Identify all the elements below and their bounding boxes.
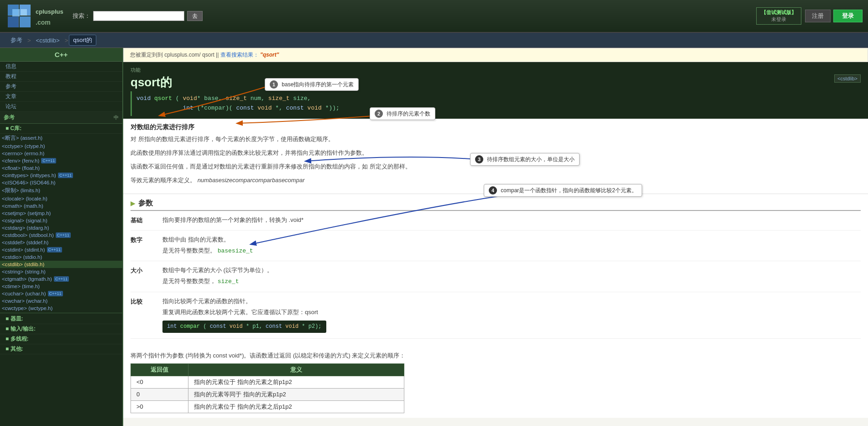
sidebar-c-lib-header[interactable]: ■ C库: [0, 124, 122, 134]
sidebar-ref-label: 参考 [4, 114, 15, 121]
param-compar-desc: 指向比较两个元素的函数的指针。 重复调用此函数来比较两个元素。它应遵循以下原型：… [162, 297, 861, 335]
logo-icon [5, 2, 33, 30]
logo-cplusplus: cplusplus [36, 8, 63, 15]
sidebar-cerrno[interactable]: <cerrno> (errno.h) [0, 150, 122, 157]
sidebar-cwchar[interactable]: <cwchar> (wchar.h) [0, 297, 122, 305]
description-section: 对数组的元素进行排序 对 所指向的数组元素进行排序，每个元素的长度为字节，使用函… [123, 119, 868, 194]
search-label: 搜索： [73, 12, 90, 20]
param-base-row: 基础 指向要排序的数组的第一个对象的指针，转换为 .void* [131, 216, 861, 231]
desc-body: 对 所指向的数组元素进行排序，每个元素的长度为字节，使用函数确定顺序。 此函数使… [131, 134, 861, 185]
sidebar-cstdint[interactable]: <cstdint> (stdint.h)C++11 [0, 246, 122, 253]
sidebar-header: C++ [0, 48, 122, 62]
sidebar-item-info[interactable]: 信息 [0, 62, 122, 72]
breadcrumb-ref[interactable]: 参考 [6, 35, 26, 46]
return-val-2: >0 [131, 400, 188, 413]
sidebar-cstdlib[interactable]: <cstdlib> (stdlib.h) [0, 261, 122, 268]
desc-italic: numbasesizecomparcomparbasecompar [198, 177, 305, 184]
svg-rect-2 [8, 16, 19, 27]
param-compar-name: 比较 [131, 297, 162, 335]
sidebar-other[interactable]: ■ 其他: [0, 344, 122, 354]
sidebar-csetjmp[interactable]: <csetjmp> (setjmp.h) [0, 210, 122, 217]
function-section: 功能 qsort的 <cstdlib> void qsort ( void* b… [123, 62, 868, 119]
breadcrumb-nav: 参考 > <cstdlib> > qsort的 [0, 33, 868, 48]
return-desc-0: 指向的元素位于 指向的元素之前p1p2 [188, 376, 404, 388]
desc-para3: 该函数不返回任何值，而是通过对数组的元素进行重新排序来修改所指向的数组的内容，如… [131, 162, 861, 172]
sidebar-cfenv[interactable]: <cfenv> (fenv.h)C++11 [0, 157, 122, 164]
function-title: qsort的 [131, 74, 172, 90]
redirect-banner: 您被重定到到 cplusplus.com/ qsort || 查看搜索结果： "… [123, 48, 868, 62]
sidebar-clocale[interactable]: <clocale> (locale.h) [0, 195, 122, 202]
desc-title: 对数组的元素进行排序 [131, 123, 861, 131]
search-button[interactable]: 去 [187, 11, 203, 21]
sidebar-cmath[interactable]: <cmath> (math.h) [0, 202, 122, 210]
svg-rect-4 [12, 9, 20, 16]
login-button[interactable]: 登录 [833, 10, 863, 22]
param-num-name: 数字 [131, 235, 162, 258]
sidebar-csignal[interactable]: <csignal> (signal.h) [0, 217, 122, 224]
auth-buttons: 注册 登录 [805, 10, 863, 22]
sidebar-ref-icon: 中 [114, 114, 119, 121]
function-signature: void qsort ( void* base, size_t num, siz… [131, 91, 861, 116]
param-size-name: 大小 [131, 266, 162, 288]
sidebar-ctime[interactable]: <ctime> (time.h) [0, 283, 122, 290]
sidebar-cfloat[interactable]: <cfloat> (float.h) [0, 164, 122, 172]
param-base-desc: 指向要排序的数组的第一个对象的指针，转换为 .void* [162, 216, 861, 226]
return-intro: 将两个指针作为参数 (均转换为 const void*)。该函数通过返回 (以稳… [131, 352, 861, 360]
sidebar-assert[interactable]: <断言> (assert.h) [0, 134, 122, 142]
sidebar-cstdarg[interactable]: <cstdarg> (stdarg.h) [0, 224, 122, 231]
try-banner: 【尝试测试版】 未登录 [756, 7, 801, 25]
main-layout: C++ 信息 教程 参考 文章 论坛 参考 中 ■ C库: <断言> (asse… [0, 48, 868, 426]
redirect-text: 您被重定到到 cplusplus.com/ qsort || [130, 52, 219, 58]
sidebar-cctype[interactable]: <cctype> (ctype.h) [0, 142, 122, 150]
logo-area: cplusplus .com [5, 2, 63, 30]
param-num-row: 数字 数组中由 指向的元素数。 是无符号整数类型。 basesize_t [131, 235, 861, 262]
sidebar-io[interactable]: ■ 输入/输出: [0, 324, 122, 334]
return-table-header-val: 返回值 [131, 363, 188, 376]
sidebar-container[interactable]: ■ 器皿: [0, 314, 122, 324]
search-area: 搜索： 去 [73, 11, 756, 21]
table-row: >0 指向的元素位于 指向的元素之后p1p2 [131, 400, 404, 413]
params-header: ▶ 参数 [131, 199, 861, 211]
param-num-desc: 数组中由 指向的元素数。 是无符号整数类型。 basesize_t [162, 235, 861, 258]
sidebar-multithread[interactable]: ■ 多线程: [0, 334, 122, 344]
redirect-link[interactable]: 查看搜索结果： [220, 52, 259, 58]
register-button[interactable]: 注册 [805, 10, 831, 22]
param-size-desc: 数组中每个元素的大小 (以字节为单位）。 是无符号整数类型， size_t [162, 266, 861, 288]
return-section: 将两个指针作为参数 (均转换为 const void*)。该函数通过返回 (以稳… [123, 348, 868, 418]
sidebar-cwctype[interactable]: <cwctype> (wctype.h) [0, 305, 122, 312]
sidebar-divider1 [0, 313, 122, 313]
header: cplusplus .com 搜索： 去 【尝试测试版】 未登录 注册 登录 [0, 0, 868, 33]
sidebar-item-tutorial[interactable]: 教程 [0, 72, 122, 82]
sidebar-ref-section: 参考 中 [0, 112, 122, 124]
table-row: 0 指向的元素等同于 指向的元素p1p2 [131, 388, 404, 400]
return-val-1: 0 [131, 388, 188, 400]
try-title: 【尝试测试版】 [761, 9, 796, 16]
sidebar-ctgmath[interactable]: <ctgmath> (tgmath.h)C++11 [0, 275, 122, 283]
param-size-row: 大小 数组中每个元素的大小 (以字节为单位）。 是无符号整数类型， size_t [131, 266, 861, 292]
sidebar: C++ 信息 教程 参考 文章 论坛 参考 中 ■ C库: <断言> (asse… [0, 48, 123, 426]
sidebar-cuchar[interactable]: <cuchar> (uchar.h)C++11 [0, 290, 122, 297]
sidebar-ciso646[interactable]: <cISO646> (ISO646.h) [0, 179, 122, 186]
sidebar-cinttypes[interactable]: <cinttypes> (inttypes.h)C++11 [0, 172, 122, 179]
sidebar-item-ref[interactable]: 参考 [0, 82, 122, 92]
content-area: 您被重定到到 cplusplus.com/ qsort || 查看搜索结果： "… [123, 48, 868, 426]
logo-main-text[interactable]: cplusplus .com [36, 5, 63, 27]
search-input[interactable] [93, 11, 184, 21]
breadcrumb-sep1: > [27, 37, 31, 44]
sidebar-climits[interactable]: <限制> (limits.h) [0, 186, 122, 195]
breadcrumb-sep2: > [65, 37, 68, 44]
return-desc-1: 指向的元素等同于 指向的元素p1p2 [188, 388, 404, 400]
sidebar-item-forum[interactable]: 论坛 [0, 102, 122, 112]
params-icon: ▶ [131, 200, 136, 207]
sidebar-cstring[interactable]: <cstring> (string.h) [0, 268, 122, 275]
breadcrumb-cstdlib[interactable]: <cstdlib> [32, 36, 64, 45]
sidebar-item-articles[interactable]: 文章 [0, 92, 122, 102]
breadcrumb-qsort[interactable]: qsort的 [69, 35, 96, 46]
sidebar-cstdbool[interactable]: <cstdbool> (stdbool.h)C++11 [0, 231, 122, 239]
params-section: ▶ 参数 基础 指向要排序的数组的第一个对象的指针，转换为 .void* 数字 … [123, 194, 868, 348]
cstdlib-badge: <cstdlib> [834, 74, 861, 83]
svg-rect-3 [20, 16, 31, 27]
sidebar-cstdio[interactable]: <cstdio> (stdio.h) [0, 253, 122, 261]
logo-text-block: cplusplus .com [36, 5, 63, 27]
sidebar-cstddef[interactable]: <cstddef> (stddef.h) [0, 239, 122, 246]
